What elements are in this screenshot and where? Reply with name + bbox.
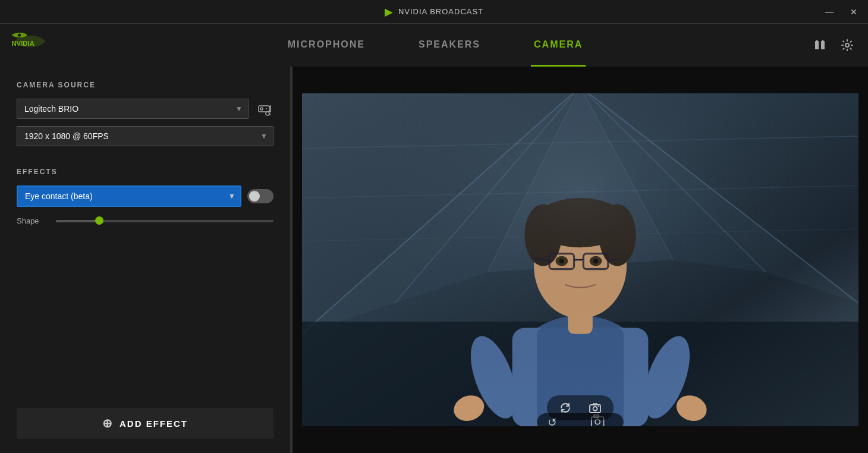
effect-select[interactable]: Eye contact (beta) Background Blur Backg… xyxy=(17,185,241,207)
settings-button[interactable] xyxy=(838,36,856,54)
svg-point-10 xyxy=(260,108,263,110)
minimize-button[interactable]: — xyxy=(822,6,837,18)
svg-rect-6 xyxy=(821,41,825,49)
effect-toggle[interactable] xyxy=(247,189,273,203)
camera-config-button[interactable] xyxy=(254,99,273,118)
svg-rect-7 xyxy=(822,40,823,42)
add-effect-label: ADD EFFECT xyxy=(119,419,188,429)
effect-row: Eye contact (beta) Background Blur Backg… xyxy=(17,185,273,207)
device-row: Logitech BRIO ▼ xyxy=(17,99,273,119)
nav-tabs: MICROPHONE SPEAKERS CAMERA xyxy=(59,24,811,67)
svg-text:.: . xyxy=(13,49,15,54)
svg-rect-4 xyxy=(815,41,819,49)
video-preview: ↺ xyxy=(302,93,858,426)
header-actions xyxy=(811,36,868,54)
tab-camera[interactable]: CAMERA xyxy=(531,24,586,67)
titlebar: ▶ NVIDIA BROADCAST — ✕ xyxy=(0,0,868,24)
svg-rect-56 xyxy=(590,405,600,413)
camera-source-label: CAMERA SOURCE xyxy=(17,81,273,89)
svg-rect-50 xyxy=(302,93,858,426)
svg-text:NVIDIA: NVIDIA xyxy=(11,39,34,46)
resolution-select-wrapper: 1920 x 1080 @ 60FPS 1920 x 1080 @ 30FPS … xyxy=(17,126,273,146)
right-panel: ↺ xyxy=(293,67,868,453)
svg-point-57 xyxy=(593,407,597,411)
slider-thumb xyxy=(95,216,103,225)
add-effect-icon: ⊕ xyxy=(102,416,114,430)
effects-label: EFFECTS xyxy=(17,168,273,176)
resolution-row: 1920 x 1080 @ 60FPS 1920 x 1080 @ 30FPS … xyxy=(17,126,273,146)
svg-point-11 xyxy=(266,108,267,109)
device-select-wrapper: Logitech BRIO ▼ xyxy=(17,99,249,119)
close-button[interactable]: ✕ xyxy=(847,6,861,18)
notifications-button[interactable] xyxy=(811,36,829,54)
tab-microphone[interactable]: MICROPHONE xyxy=(285,24,368,67)
svg-point-58 xyxy=(598,406,599,407)
snapshot-button[interactable] xyxy=(586,399,604,417)
device-select[interactable]: Logitech BRIO xyxy=(17,99,249,119)
resolution-select[interactable]: 1920 x 1080 @ 60FPS 1920 x 1080 @ 30FPS … xyxy=(17,126,273,146)
toggle-thumb xyxy=(249,191,260,202)
effect-select-wrapper: Eye contact (beta) Background Blur Backg… xyxy=(17,185,241,207)
slider-track xyxy=(56,220,273,222)
video-controls xyxy=(547,395,614,420)
header: NVIDIA . MICROPHONE SPEAKERS CAMERA xyxy=(0,24,868,67)
svg-point-8 xyxy=(845,43,849,47)
left-panel: CAMERA SOURCE Logitech BRIO ▼ xyxy=(0,67,291,453)
effects-section: EFFECTS Eye contact (beta) Background Bl… xyxy=(17,168,273,240)
window-controls: — ✕ xyxy=(822,6,861,18)
shape-slider-row: Shape xyxy=(17,216,273,225)
toggle-track xyxy=(247,189,273,203)
shape-slider[interactable] xyxy=(56,219,273,223)
svg-point-3 xyxy=(18,33,21,36)
tab-speakers[interactable]: SPEAKERS xyxy=(416,24,483,67)
shape-label: Shape xyxy=(17,216,46,225)
toggle-container xyxy=(247,189,273,203)
svg-rect-5 xyxy=(816,40,817,42)
app-title: NVIDIA BROADCAST xyxy=(398,7,483,16)
titlebar-title: ▶ NVIDIA BROADCAST xyxy=(385,5,483,18)
camera-source-section: CAMERA SOURCE Logitech BRIO ▼ xyxy=(17,81,273,146)
rotate-button[interactable] xyxy=(556,399,574,417)
app-icon: ▶ xyxy=(385,5,394,18)
slider-fill xyxy=(56,220,99,222)
app-container: NVIDIA . MICROPHONE SPEAKERS CAMERA xyxy=(0,24,868,453)
content: CAMERA SOURCE Logitech BRIO ▼ xyxy=(0,67,868,453)
nvidia-logo: NVIDIA . xyxy=(0,24,59,67)
add-effect-button[interactable]: ⊕ ADD EFFECT xyxy=(17,408,273,439)
